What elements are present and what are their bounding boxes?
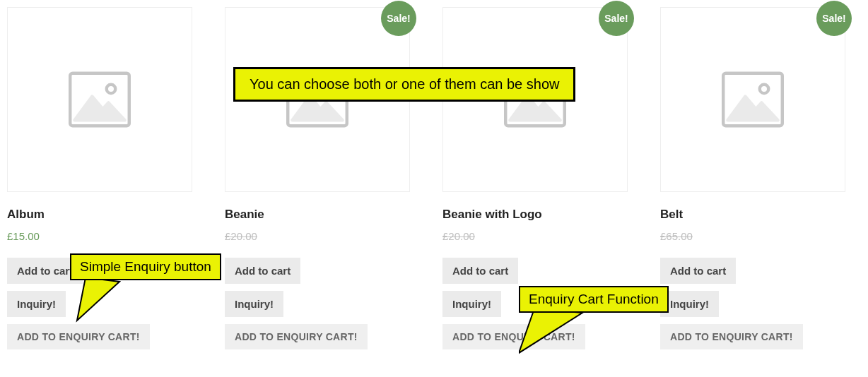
product-title[interactable]: Beanie (225, 208, 410, 222)
product-image-placeholder[interactable]: Sale! (660, 7, 845, 192)
product-title[interactable]: Belt (660, 208, 845, 222)
annotation-top-note: You can choose both or one of them can b… (233, 67, 575, 102)
inquiry-button[interactable]: Inquiry! (7, 291, 66, 317)
inquiry-button[interactable]: Inquiry! (442, 291, 501, 317)
product-price: £20.00 (442, 230, 628, 242)
image-placeholder-icon (721, 71, 785, 128)
add-to-cart-button[interactable]: Add to cart (442, 258, 518, 284)
sale-badge: Sale! (381, 1, 416, 36)
add-to-cart-button[interactable]: Add to cart (660, 258, 736, 284)
sale-badge: Sale! (599, 1, 634, 36)
annotation-callout-simple-enquiry: Simple Enquiry button (70, 253, 247, 317)
svg-point-1 (107, 85, 115, 93)
annotation-callout-enquiry-cart: Enquiry Cart Function (519, 286, 703, 357)
annotation-label: Enquiry Cart Function (519, 286, 669, 313)
product-price: £15.00 (7, 230, 192, 242)
svg-point-7 (760, 85, 768, 93)
add-to-enquiry-cart-button[interactable]: ADD TO ENQUIRY CART! (7, 324, 150, 349)
product-price: £65.00 (660, 230, 845, 242)
product-title[interactable]: Album (7, 208, 192, 222)
annotation-label: Simple Enquiry button (70, 253, 221, 280)
image-placeholder-icon (68, 71, 131, 128)
svg-marker-9 (519, 309, 582, 353)
product-title[interactable]: Beanie with Logo (442, 208, 628, 222)
product-image-placeholder[interactable] (7, 7, 192, 192)
sale-badge: Sale! (816, 1, 852, 36)
svg-marker-8 (77, 277, 119, 321)
add-to-enquiry-cart-button[interactable]: ADD TO ENQUIRY CART! (225, 324, 368, 349)
product-card: Sale! Beanie £20.00 Add to cart Inquiry!… (225, 7, 410, 349)
product-price: £20.00 (225, 230, 410, 242)
